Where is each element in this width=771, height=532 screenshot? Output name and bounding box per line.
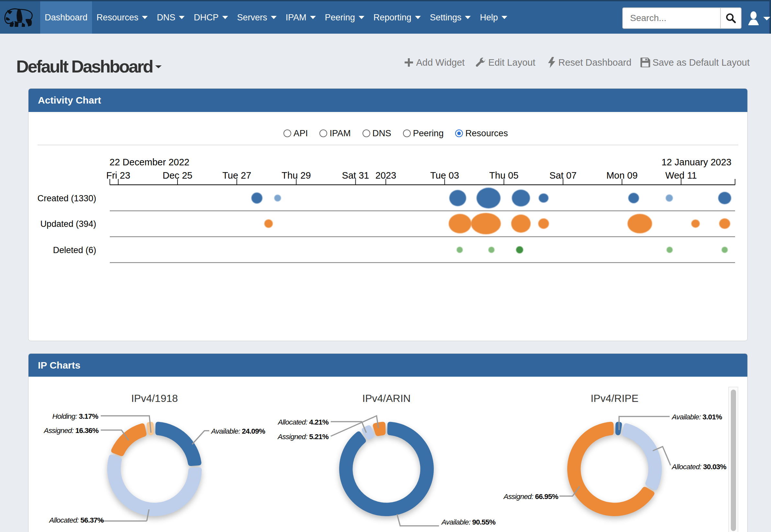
svg-text:IPv4/1918: IPv4/1918 [131,393,178,404]
svg-text:Holding: 3.17%: Holding: 3.17% [52,412,98,420]
svg-text:Assigned: 16.36%: Assigned: 16.36% [43,427,98,435]
svg-text:Allocated: 4.21%: Allocated: 4.21% [277,418,329,426]
svg-text:22 December 2022: 22 December 2022 [109,157,189,167]
svg-text:Allocated: 56.37%: Allocated: 56.37% [49,516,104,524]
svg-text:Assigned: 66.95%: Assigned: 66.95% [503,493,558,501]
svg-text:Allocated: 30.03%: Allocated: 30.03% [671,463,727,471]
svg-text:Available: 90.55%: Available: 90.55% [441,518,496,526]
svg-text:Available: 24.09%: Available: 24.09% [211,427,265,435]
svg-text:Updated (394): Updated (394) [40,219,96,229]
svg-text:Available: 3.01%: Available: 3.01% [671,413,722,421]
svg-text:12 January 2023: 12 January 2023 [662,157,732,167]
svg-text:IPv4/RIPE: IPv4/RIPE [591,393,639,404]
svg-text:IPv4/ARIN: IPv4/ARIN [362,393,410,404]
svg-text:Created (1330): Created (1330) [37,194,96,203]
svg-text:Assigned: 5.21%: Assigned: 5.21% [277,433,329,441]
svg-text:Deleted (6): Deleted (6) [53,245,96,255]
